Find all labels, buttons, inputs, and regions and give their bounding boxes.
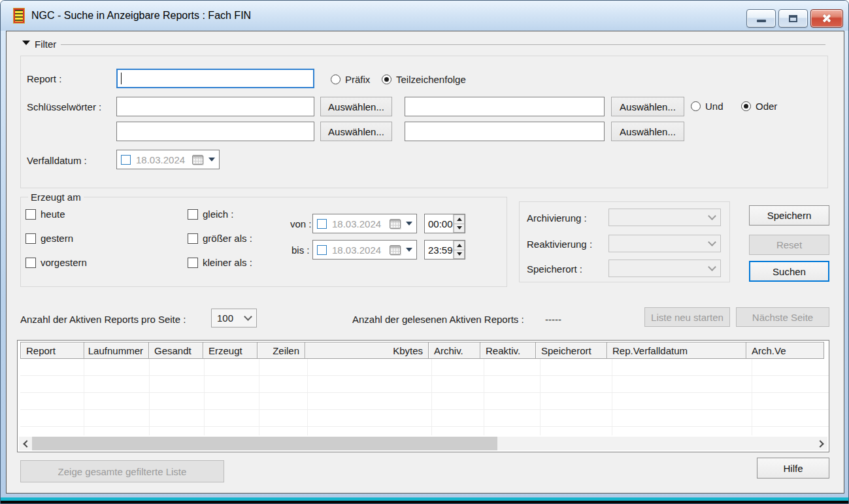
choose-keyword-button-4[interactable]: Auswählen... <box>611 122 684 141</box>
column-header[interactable]: Archiv. <box>428 342 480 359</box>
column-header[interactable]: Arch.Ve <box>746 342 824 359</box>
spinner-down-icon <box>457 252 462 256</box>
save-button[interactable]: Speichern <box>749 205 829 226</box>
filter-collapse-button[interactable] <box>22 41 30 45</box>
to-time-value[interactable]: 23:59 <box>425 241 453 259</box>
minimize-button[interactable] <box>746 9 776 27</box>
report-input[interactable] <box>116 69 314 88</box>
table-cell <box>612 410 752 426</box>
reactivation-label: Reaktivierung : <box>527 239 592 250</box>
reactivation-select[interactable] <box>608 235 721 252</box>
column-header[interactable]: Reaktiv. <box>480 342 536 359</box>
keyword-input-2[interactable] <box>405 97 605 116</box>
archiving-select[interactable] <box>608 209 721 226</box>
table-cell <box>84 410 150 426</box>
to-datepicker[interactable]: 18.03.2024 <box>312 240 417 260</box>
table-cell <box>484 376 541 392</box>
or-radio[interactable]: Oder <box>741 101 777 112</box>
prefix-radio[interactable]: Präfix <box>331 74 370 85</box>
table-cell <box>259 427 308 435</box>
checkbox-vorgestern[interactable]: vorgestern <box>25 257 87 268</box>
spinner-down-button[interactable] <box>454 224 465 233</box>
column-header[interactable]: Zeilen <box>257 342 305 359</box>
dropdown-arrow-icon[interactable] <box>406 248 412 252</box>
table-cell <box>20 427 84 435</box>
checkbox-heute[interactable]: heute <box>25 209 65 220</box>
table-cell <box>259 376 308 392</box>
close-button[interactable] <box>810 9 843 27</box>
keyword-input-4[interactable] <box>405 122 605 141</box>
from-time-value[interactable]: 00:00 <box>425 214 453 233</box>
table-cell <box>150 376 205 392</box>
checkbox-groesser-als[interactable]: größer als : <box>188 233 252 244</box>
calendar-icon[interactable] <box>390 219 401 229</box>
calendar-icon[interactable] <box>192 155 203 165</box>
help-button[interactable]: Hilfe <box>757 458 829 479</box>
per-page-value: 100 <box>217 312 245 324</box>
checkbox-gestern[interactable]: gestern <box>25 233 73 244</box>
from-datepicker[interactable]: 18.03.2024 <box>312 214 417 233</box>
table-cell <box>84 376 150 392</box>
expiry-date-checkbox[interactable] <box>121 155 131 165</box>
expiry-datepicker[interactable]: 18.03.2024 <box>116 150 220 169</box>
spinner-down-button[interactable] <box>454 250 465 260</box>
spinner-up-button[interactable] <box>454 214 465 224</box>
show-filtered-list-button[interactable]: Zeige gesamte gefilterte Liste <box>20 460 224 482</box>
column-header[interactable]: Erzeugt <box>203 342 258 359</box>
from-date-checkbox[interactable] <box>317 219 327 229</box>
and-radio[interactable]: Und <box>691 101 724 112</box>
scrollbar-track[interactable] <box>32 437 814 450</box>
table-cell <box>612 376 752 392</box>
scroll-right-button[interactable] <box>814 437 827 450</box>
table-row <box>20 393 829 410</box>
scroll-left-button[interactable] <box>19 437 32 450</box>
next-page-button[interactable]: Nächste Seite <box>736 307 829 327</box>
substring-radio[interactable]: Teilzeichenfolge <box>382 74 466 85</box>
chevron-down-icon <box>708 212 716 220</box>
from-date-value: 18.03.2024 <box>332 218 384 229</box>
dropdown-arrow-icon[interactable] <box>406 222 412 226</box>
dropdown-arrow-icon[interactable] <box>208 158 215 161</box>
column-header[interactable]: Report <box>20 342 84 359</box>
column-header[interactable]: Gesandt <box>148 342 203 359</box>
keyword-input-1[interactable] <box>116 97 314 116</box>
from-time-spinner[interactable]: 00:00 <box>424 214 465 233</box>
choose-keyword-button-2[interactable]: Auswählen... <box>611 97 684 116</box>
checkbox-icon <box>25 258 36 268</box>
reset-button[interactable]: Reset <box>749 235 829 255</box>
spinner-down-icon <box>457 226 462 229</box>
table-cell <box>205 393 259 409</box>
table-cell <box>541 376 612 392</box>
chevron-down-icon <box>244 312 252 321</box>
location-select[interactable] <box>608 260 721 277</box>
read-count-value: ----- <box>545 314 561 325</box>
restart-list-button[interactable]: Liste neu starten <box>644 307 730 327</box>
and-radio-label: Und <box>705 101 724 112</box>
scrollbar-thumb[interactable] <box>32 437 497 450</box>
table-cell <box>541 359 612 375</box>
choose-keyword-button-1[interactable]: Auswählen... <box>320 97 392 116</box>
created-legend: Erzeugt am <box>28 192 84 203</box>
keyword-input-3[interactable] <box>116 122 314 141</box>
checkbox-kleiner-als[interactable]: kleiner als : <box>188 257 252 268</box>
from-label: von : <box>290 218 312 229</box>
search-button[interactable]: Suchen <box>749 261 829 282</box>
column-header[interactable]: Kbytes <box>305 342 429 359</box>
calendar-icon[interactable] <box>390 245 401 255</box>
spinner-up-button[interactable] <box>454 241 465 250</box>
column-header[interactable]: Speicherort <box>535 342 607 359</box>
column-header[interactable]: Rep.Verfalldatum <box>607 342 746 359</box>
title-bar[interactable]: NGC - Suche in Anzeigbare Reports : Fach… <box>1 1 848 31</box>
checkbox-gleich[interactable]: gleich : <box>188 209 234 220</box>
per-page-select[interactable]: 100 <box>211 309 257 328</box>
filter-rule <box>61 44 825 45</box>
or-radio-label: Oder <box>756 101 777 112</box>
to-time-spinner[interactable]: 23:59 <box>424 240 465 260</box>
column-header[interactable]: Laufnummer <box>84 342 149 359</box>
horizontal-scrollbar[interactable] <box>19 437 827 450</box>
to-date-checkbox[interactable] <box>317 245 327 255</box>
checkbox-label: heute <box>41 209 65 220</box>
table-cell <box>308 393 432 409</box>
choose-keyword-button-3[interactable]: Auswählen... <box>320 122 392 141</box>
maximize-button[interactable] <box>778 9 808 27</box>
